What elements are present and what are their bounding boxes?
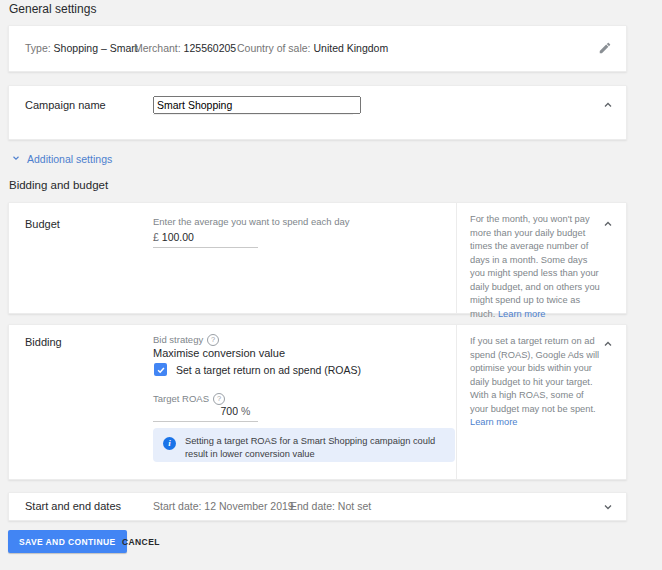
budget-help-body: For the month, you won't pay more than y… xyxy=(470,214,600,319)
bidding-card: Bidding Bid strategy? Maximise conversio… xyxy=(8,324,627,480)
target-roas-input[interactable] xyxy=(153,405,238,421)
type-value: Shopping – Smart xyxy=(54,42,138,54)
start-end-dates-card[interactable]: Start and end dates Start date: 12 Novem… xyxy=(8,492,627,521)
merchant-field: Merchant: 125560205 xyxy=(134,26,236,71)
budget-collapse-chevron-icon[interactable] xyxy=(600,216,616,232)
campaign-name-collapse-chevron-icon[interactable] xyxy=(600,97,616,113)
type-field: Type: Shopping – Smart xyxy=(25,26,138,71)
merchant-value: 125560205 xyxy=(184,42,237,54)
campaign-name-label: Campaign name xyxy=(25,99,106,111)
percent-suffix: % xyxy=(238,405,250,421)
additional-settings-toggle[interactable]: Additional settings xyxy=(11,153,112,165)
campaign-name-card: Campaign name xyxy=(8,85,627,140)
campaign-type-summary-card: Type: Shopping – Smart Merchant: 1255602… xyxy=(8,25,627,72)
bidding-collapse-chevron-icon[interactable] xyxy=(600,336,616,352)
currency-symbol: £ xyxy=(153,231,162,247)
target-roas-help-icon[interactable]: ? xyxy=(213,393,225,405)
bidding-learn-more-link[interactable]: Learn more xyxy=(470,417,518,427)
country-value: United Kingdom xyxy=(313,42,388,54)
budget-help-text: For the month, you won't pay more than y… xyxy=(470,213,602,321)
country-of-sale-field: Country of sale: United Kingdom xyxy=(237,26,388,71)
budget-helper-text: Enter the average you want to spend each… xyxy=(153,216,349,227)
edit-pencil-icon[interactable] xyxy=(598,41,612,59)
target-roas-label-text: Target ROAS xyxy=(153,393,209,404)
roas-info-text: Setting a target ROAS for a Smart Shoppi… xyxy=(185,435,445,460)
bidding-help-text: If you set a target return on ad spend (… xyxy=(470,335,602,430)
target-roas-label: Target ROAS? xyxy=(153,393,225,405)
roas-checkbox-label[interactable]: Set a target return on ad spend (ROAS) xyxy=(176,364,361,376)
cancel-button[interactable]: CANCEL xyxy=(114,530,168,553)
dates-expand-chevron-icon[interactable] xyxy=(600,499,616,515)
campaign-name-input[interactable] xyxy=(153,96,361,114)
additional-settings-label: Additional settings xyxy=(27,153,112,165)
info-icon: i xyxy=(163,437,176,450)
start-date-value: Start date: 12 November 2019 xyxy=(153,493,294,520)
bid-strategy-help-icon[interactable]: ? xyxy=(207,334,219,346)
budget-amount-input[interactable] xyxy=(162,231,242,247)
budget-label: Budget xyxy=(25,218,60,230)
bid-strategy-value: Maximise conversion value xyxy=(153,347,285,359)
start-end-dates-label: Start and end dates xyxy=(25,493,121,520)
save-and-continue-button[interactable]: SAVE AND CONTINUE xyxy=(8,530,127,553)
budget-learn-more-link[interactable]: Learn more xyxy=(498,309,546,319)
bidding-help-body: If you set a target return on ad spend (… xyxy=(470,336,599,414)
general-settings-title: General settings xyxy=(9,2,96,16)
country-label: Country of sale: xyxy=(237,42,311,54)
bidding-and-budget-title: Bidding and budget xyxy=(9,179,108,191)
end-date-value: End date: Not set xyxy=(290,493,371,520)
budget-card: Budget Enter the average you want to spe… xyxy=(8,202,627,314)
chevron-down-icon xyxy=(11,153,21,165)
bid-strategy-label: Bid strategy? xyxy=(153,334,219,346)
bidding-label: Bidding xyxy=(25,336,62,348)
roas-checkbox[interactable] xyxy=(154,363,167,376)
roas-info-banner: i Setting a target ROAS for a Smart Shop… xyxy=(153,428,455,462)
bid-strategy-label-text: Bid strategy xyxy=(153,334,203,345)
merchant-label: Merchant: xyxy=(134,42,181,54)
type-label: Type: xyxy=(25,42,51,54)
